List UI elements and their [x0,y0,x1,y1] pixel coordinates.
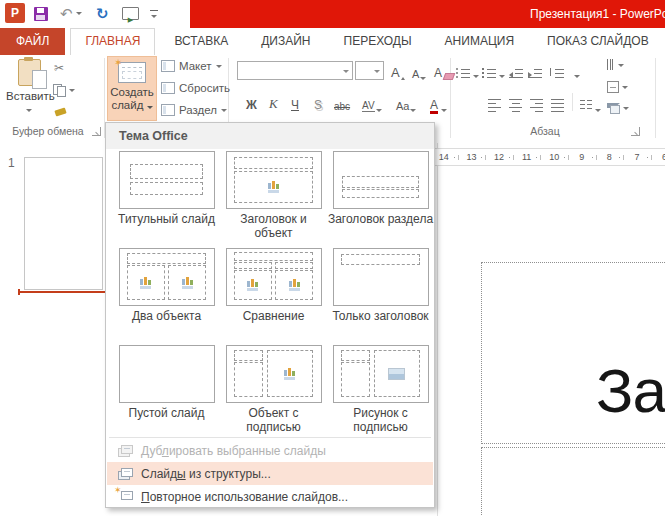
justify-icon [551,96,564,112]
title-bar: P ↶ ↻ ▶ Презентация1 - PowerPo [0,0,665,28]
font-name-combo[interactable] [237,61,353,80]
placeholder-box [341,254,420,265]
menu-item-reuse-slides[interactable]: ✶Повторное использование слайдов... [107,485,433,508]
format-painter-button[interactable] [55,109,66,115]
placeholder-box [234,157,313,169]
menu-item-duplicate-selected-slides: Дублировать выбранные слайды [107,439,433,462]
layout-title-only[interactable]: Только заголовок [327,248,434,345]
customize-qat-icon[interactable] [150,3,158,24]
text-shadow-button[interactable]: S [314,94,322,112]
shrink-font-button[interactable]: А [412,62,426,80]
tab-анимация[interactable]: АНИМАЦИЯ [431,28,528,55]
reset-button[interactable]: Сбросить [161,82,230,94]
decrease-indent-button[interactable] [509,60,523,78]
placeholder-box [341,362,370,397]
copy-button[interactable] [53,84,75,96]
font-size-combo[interactable] [355,61,384,80]
horizontal-ruler[interactable]: 14131211109876 [430,148,665,166]
layout-title-slide[interactable]: Титульный слайд [113,151,220,248]
content-icon [284,368,295,380]
subtitle-placeholder[interactable] [481,447,665,516]
placeholder-box [342,176,419,188]
italic-button[interactable]: К [269,94,278,112]
star-icon: ✶ [114,57,122,68]
bullets-icon [455,66,470,78]
tab-главная[interactable]: ГЛАВНАЯ [70,28,155,55]
underline-button[interactable]: Ч [291,94,299,112]
bold-button[interactable]: Ж [246,94,257,112]
layout-thumbnail [333,248,429,306]
paragraph-dialog-launcher[interactable] [631,127,640,136]
ruler-mark-12: 12 [485,149,513,165]
slide-title-text[interactable]: За [596,355,665,426]
columns-button[interactable] [580,94,601,112]
undo-icon[interactable]: ↶ [60,3,82,24]
change-case-button[interactable]: Aa [396,94,416,112]
cut-button[interactable]: ✂ [54,61,64,75]
text-direction-button[interactable] [607,59,624,72]
layout-title-and-content[interactable]: Заголовок и объект [220,151,327,248]
align-left-button[interactable] [488,94,501,112]
placeholder-box [341,350,370,360]
ruler-mark-7: 7 [623,149,651,165]
content-icon [289,279,300,291]
tab-file[interactable]: ФАЙЛ [0,28,65,55]
redo-icon[interactable]: ↻ [96,3,109,24]
align-right-icon [530,96,543,112]
increase-indent-button[interactable] [528,60,542,78]
bullets-button[interactable] [455,60,479,78]
paste-button[interactable]: Вставить [6,57,52,114]
layout-section-header[interactable]: Заголовок раздела [327,151,434,248]
slide-1-thumbnail[interactable] [24,157,103,290]
layout-label: Два объекта [113,309,220,323]
scissors-icon: ✂ [54,61,64,75]
align-center-button[interactable] [509,94,522,112]
duplicate-slides-icon [117,444,133,457]
start-slideshow-icon[interactable]: ▶ [122,3,139,24]
button-separator [572,93,573,111]
title-bar-background: Презентация1 - PowerPo [190,0,665,28]
grow-font-button[interactable]: А [391,62,405,80]
layout-picture-with-caption[interactable]: Рисунок с подписью [327,345,434,442]
menu-item-label: Дублировать выбранные слайды [141,444,326,458]
layout-two-content[interactable]: Два объекта [113,248,220,345]
layout-thumbnail [333,345,429,403]
character-spacing-button[interactable]: AV [362,94,382,112]
align-right-button[interactable] [530,94,543,112]
align-text-button[interactable] [607,81,628,93]
placeholder-box [127,265,165,300]
picture-icon [388,368,405,380]
layout-label: Заголовок раздела [327,212,434,226]
font-color-button[interactable]: А [430,94,447,112]
tab-показ-слайдов[interactable]: ПОКАЗ СЛАЙДОВ [533,28,663,55]
new-slide-icon: ✶ [118,62,146,83]
layout-button[interactable]: Макет [161,60,222,72]
tab-дизайн[interactable]: ДИЗАЙН [247,28,324,55]
tab-переходы[interactable]: ПЕРЕХОДЫ [330,28,426,55]
clipboard-dialog-launcher[interactable] [92,127,101,136]
menu-item-slides-from-outline[interactable]: Слайды из структуры... [107,462,433,485]
menu-item-label: Слайды из структуры... [141,467,271,481]
layout-label: Объект с подписью [220,406,327,434]
new-slide-button[interactable]: ✶ Создать слайд [107,56,157,121]
save-icon[interactable] [34,3,48,24]
layout-thumbnail [119,151,215,209]
strikethrough-button[interactable]: abc [334,94,350,112]
layout-comparison[interactable]: Сравнение [220,248,327,345]
placeholder-box [130,164,203,179]
layout-thumbnail [226,248,322,306]
numbering-button[interactable] [481,60,505,78]
tab-вставка[interactable]: ВСТАВКА [160,28,242,55]
line-spacing-button[interactable] [549,60,580,78]
clear-formatting-button[interactable]: А [434,62,454,80]
layout-content-with-caption[interactable]: Объект с подписью [220,345,327,442]
smartart-button[interactable] [607,103,629,114]
justify-button[interactable] [551,94,564,112]
layout-blank[interactable]: Пустой слайд [113,345,220,442]
gallery-menu: Дублировать выбранные слайдыСлайды из ст… [107,439,433,508]
placeholder-box [168,265,206,300]
section-button[interactable]: Раздел [161,104,227,116]
reuse-slides-icon: ✶ [117,490,133,503]
layout-label: Рисунок с подписью [327,406,434,434]
eraser-icon [443,73,456,80]
